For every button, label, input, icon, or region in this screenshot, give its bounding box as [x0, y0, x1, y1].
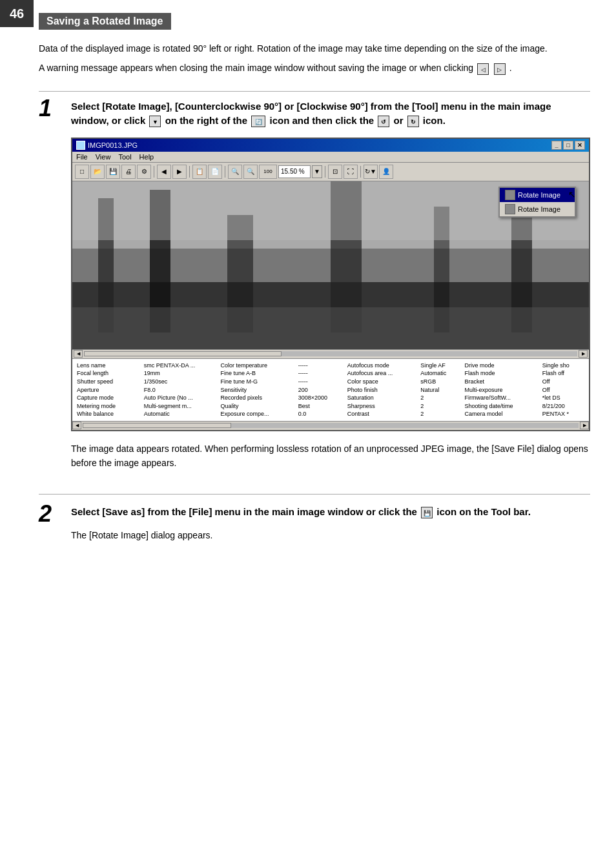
screenshot-props: Lens name smc PENTAX-DA ... Color temper…: [72, 358, 589, 421]
step1-note: The image data appears rotated. When per…: [71, 442, 590, 471]
props-row-6: White balance Automatic Exposure compe..…: [75, 410, 586, 418]
menu-file[interactable]: File: [76, 153, 88, 161]
cw-icon: ↻: [407, 116, 419, 127]
toolbar-zoom-in[interactable]: 🔍: [228, 165, 242, 179]
props-scroll-thumb[interactable]: [83, 423, 231, 428]
step2-content: Select [Save as] from the [File] menu in…: [71, 505, 590, 543]
popup-icon-1: [505, 190, 515, 200]
toolbar-save[interactable]: 💾: [106, 165, 120, 179]
props-scroll-right[interactable]: ▶: [580, 422, 589, 429]
screenshot-titlebar: IMGP0013.JPG _ □ ✕: [72, 139, 589, 152]
titlebar-controls: _ □ ✕: [551, 141, 585, 150]
popup-icon-2: [505, 204, 515, 214]
screenshot: IMGP0013.JPG _ □ ✕ File View Tool Hel: [71, 138, 590, 431]
scroll-right-btn[interactable]: ▶: [579, 350, 588, 358]
toolbar-rotate-menu[interactable]: ↻▼: [364, 165, 378, 179]
props-hscrollbar[interactable]: ◀ ▶: [72, 421, 589, 430]
props-row-2: Shutter speed 1/350sec Fine tune M-G ---…: [75, 378, 586, 386]
intro-paragraph2: A warning message appears when closing t…: [39, 61, 590, 75]
scroll-track[interactable]: [84, 351, 577, 356]
popup-menu: Rotate Image Rotate Image ↖: [498, 187, 576, 218]
page-container: 46 Saving a Rotated Image Data of the di…: [0, 0, 616, 858]
window-title: IMGP0013.JPG: [88, 141, 138, 149]
zoom-dropdown[interactable]: ▼: [312, 165, 322, 178]
screenshot-toolbar: □ 📂 💾 🖨 ⚙ ◀ ▶ 📋 📄 🔍 🔍: [72, 163, 589, 181]
screenshot-image-area: Rotate Image Rotate Image ↖: [72, 181, 589, 349]
step1-content: Select [Rotate Image], [Counterclockwise…: [71, 99, 590, 484]
props-row-3: Aperture F8.0 Sensitivity 200 Photo fini…: [75, 386, 586, 394]
page-number: 46: [0, 0, 34, 27]
toolbar-user[interactable]: 👤: [379, 165, 393, 179]
step2-number: 2: [39, 502, 71, 526]
step1-rule: [39, 91, 590, 92]
dropdown-arrow-icon: ▼: [149, 116, 161, 127]
toolbar-zoom-area: ▼: [278, 165, 322, 178]
save-file-icon: 💾: [421, 507, 433, 518]
step1-instruction: Select [Rotate Image], [Counterclockwise…: [71, 99, 590, 128]
section-header: Saving a Rotated Image: [39, 13, 590, 41]
toolbar-sep3: [225, 166, 225, 178]
toolbar-sep5: [360, 166, 361, 178]
scroll-thumb[interactable]: [84, 351, 282, 356]
cursor: ↖: [568, 189, 576, 199]
toolbar-fit[interactable]: ⊡: [328, 165, 342, 179]
toolbar-open[interactable]: 📂: [90, 165, 105, 179]
toolbar-sep4: [325, 166, 325, 178]
menu-help[interactable]: Help: [139, 153, 154, 161]
props-table: Lens name smc PENTAX-DA ... Color temper…: [75, 362, 586, 418]
intro-paragraph1: Data of the displayed image is rotated 9…: [39, 41, 590, 56]
toolbar-prev[interactable]: ◀: [157, 165, 171, 179]
toolbar-settings[interactable]: ⚙: [137, 165, 151, 179]
zoom-input[interactable]: [278, 165, 311, 178]
menu-tool[interactable]: Tool: [118, 153, 131, 161]
toolbar-sep1: [154, 166, 154, 178]
close-button[interactable]: ✕: [575, 141, 585, 150]
toolbar-fullscreen[interactable]: ⛶: [344, 165, 358, 179]
popup-menu-item-1[interactable]: Rotate Image: [500, 188, 575, 202]
right-rotate-icon-inline: ▷: [494, 63, 506, 75]
window-icon: [76, 141, 85, 150]
toolbar-copy[interactable]: 📋: [192, 165, 207, 179]
screenshot-menubar: File View Tool Help: [72, 152, 589, 163]
step2-container: 2 Select [Save as] from the [File] menu …: [39, 505, 590, 543]
scroll-left-btn[interactable]: ◀: [74, 350, 83, 358]
minimize-button[interactable]: _: [551, 141, 562, 150]
props-row-5: Metering mode Multi-segment m... Quality…: [75, 402, 586, 411]
rotate-camera-icon: 🔄: [251, 116, 265, 127]
popup-menu-item-2[interactable]: Rotate Image: [500, 202, 575, 216]
menu-view[interactable]: View: [96, 153, 111, 161]
toolbar-zoom-100[interactable]: 100: [259, 165, 277, 179]
props-scroll-track[interactable]: [83, 423, 579, 428]
step1-number: 1: [39, 97, 71, 120]
image-hscrollbar[interactable]: ◀ ▶: [72, 349, 589, 358]
toolbar-paste[interactable]: 📄: [208, 165, 222, 179]
restore-button[interactable]: □: [563, 141, 573, 150]
props-row-4: Capture mode Auto Picture (No ... Record…: [75, 394, 586, 402]
left-rotate-icon-inline: ◁: [477, 63, 489, 75]
svg-rect-11: [72, 307, 589, 349]
toolbar-zoom-out[interactable]: 🔍: [243, 165, 258, 179]
props-scroll-left[interactable]: ◀: [72, 422, 81, 429]
ccw-icon: ↺: [378, 116, 389, 127]
toolbar-new[interactable]: □: [75, 165, 89, 179]
props-row-0: Lens name smc PENTAX-DA ... Color temper…: [75, 362, 586, 370]
step2-note: The [Rotate Image] dialog appears.: [71, 528, 590, 542]
toolbar-sep2: [189, 166, 190, 178]
step2-instruction: Select [Save as] from the [File] menu in…: [71, 505, 590, 520]
props-row-1: Focal length 19mm Fine tune A-B ----- Au…: [75, 369, 586, 378]
content-area: Saving a Rotated Image Data of the displ…: [39, 0, 590, 543]
step2-rule: [39, 494, 590, 495]
toolbar-next[interactable]: ▶: [172, 165, 187, 179]
titlebar-left: IMGP0013.JPG: [76, 141, 138, 150]
step1-container: 1 Select [Rotate Image], [Counterclockwi…: [39, 99, 590, 484]
toolbar-print[interactable]: 🖨: [121, 165, 136, 179]
